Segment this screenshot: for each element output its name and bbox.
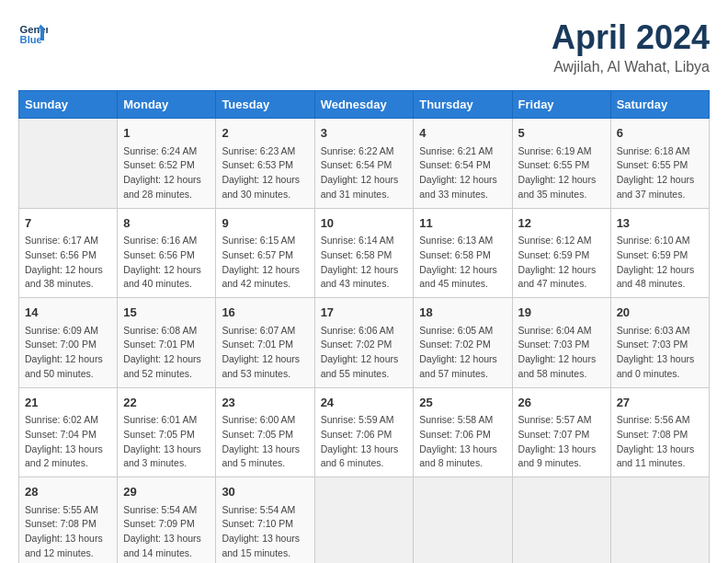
calendar-cell: 11Sunrise: 6:13 AM Sunset: 6:58 PM Dayli… [414, 208, 512, 298]
calendar-header: SundayMondayTuesdayWednesdayThursdayFrid… [19, 91, 710, 119]
calendar-cell [19, 119, 118, 209]
cell-content: Sunrise: 6:19 AM Sunset: 6:55 PM Dayligh… [518, 144, 605, 202]
cell-content: Sunrise: 6:13 AM Sunset: 6:58 PM Dayligh… [419, 234, 506, 292]
calendar-cell [314, 477, 414, 564]
day-number: 25 [419, 394, 506, 412]
column-header-thursday: Thursday [414, 91, 512, 119]
cell-content: Sunrise: 6:02 AM Sunset: 7:04 PM Dayligh… [25, 413, 111, 471]
location-title: Awjilah, Al Wahat, Libya [552, 59, 710, 75]
day-number: 2 [222, 124, 308, 143]
week-row-5: 28Sunrise: 5:55 AM Sunset: 7:08 PM Dayli… [19, 477, 710, 564]
day-number: 4 [419, 124, 506, 143]
day-number: 17 [321, 304, 408, 322]
calendar-cell: 25Sunrise: 5:58 AM Sunset: 7:06 PM Dayli… [414, 387, 512, 477]
calendar-cell: 23Sunrise: 6:00 AM Sunset: 7:05 PM Dayli… [216, 387, 314, 477]
calendar-cell: 29Sunrise: 5:54 AM Sunset: 7:09 PM Dayli… [118, 477, 216, 564]
day-number: 22 [123, 394, 210, 412]
cell-content: Sunrise: 6:23 AM Sunset: 6:53 PM Dayligh… [222, 144, 308, 202]
day-number: 15 [123, 304, 210, 322]
day-number: 29 [123, 483, 210, 501]
calendar-cell: 20Sunrise: 6:03 AM Sunset: 7:03 PM Dayli… [610, 298, 709, 388]
day-number: 13 [617, 214, 703, 233]
cell-content: Sunrise: 6:03 AM Sunset: 7:03 PM Dayligh… [617, 324, 703, 382]
column-header-monday: Monday [118, 91, 216, 119]
cell-content: Sunrise: 6:21 AM Sunset: 6:54 PM Dayligh… [419, 144, 506, 202]
week-row-2: 7Sunrise: 6:17 AM Sunset: 6:56 PM Daylig… [19, 208, 710, 298]
week-row-1: 1Sunrise: 6:24 AM Sunset: 6:52 PM Daylig… [19, 119, 710, 209]
logo-icon: General Blue [18, 18, 48, 48]
cell-content: Sunrise: 6:14 AM Sunset: 6:58 PM Dayligh… [321, 234, 408, 292]
calendar-cell [512, 477, 610, 564]
cell-content: Sunrise: 6:08 AM Sunset: 7:01 PM Dayligh… [123, 324, 210, 382]
calendar-cell: 15Sunrise: 6:08 AM Sunset: 7:01 PM Dayli… [118, 298, 216, 388]
cell-content: Sunrise: 6:22 AM Sunset: 6:54 PM Dayligh… [321, 144, 408, 202]
calendar-cell: 1Sunrise: 6:24 AM Sunset: 6:52 PM Daylig… [118, 119, 216, 209]
calendar-cell: 2Sunrise: 6:23 AM Sunset: 6:53 PM Daylig… [216, 119, 314, 209]
day-number: 6 [617, 124, 703, 143]
calendar-cell: 14Sunrise: 6:09 AM Sunset: 7:00 PM Dayli… [19, 298, 118, 388]
week-row-4: 21Sunrise: 6:02 AM Sunset: 7:04 PM Dayli… [19, 387, 710, 477]
day-number: 23 [222, 394, 308, 412]
calendar-cell: 19Sunrise: 6:04 AM Sunset: 7:03 PM Dayli… [512, 298, 610, 388]
calendar-cell: 13Sunrise: 6:10 AM Sunset: 6:59 PM Dayli… [610, 208, 709, 298]
day-number: 27 [617, 394, 703, 412]
column-header-friday: Friday [512, 91, 610, 119]
day-number: 28 [25, 483, 111, 501]
calendar-cell: 17Sunrise: 6:06 AM Sunset: 7:02 PM Dayli… [314, 298, 414, 388]
cell-content: Sunrise: 6:12 AM Sunset: 6:59 PM Dayligh… [518, 234, 605, 292]
cell-content: Sunrise: 6:16 AM Sunset: 6:56 PM Dayligh… [123, 234, 210, 292]
column-header-sunday: Sunday [19, 91, 118, 119]
header-row: SundayMondayTuesdayWednesdayThursdayFrid… [19, 91, 710, 119]
calendar-table: SundayMondayTuesdayWednesdayThursdayFrid… [18, 90, 710, 563]
day-number: 8 [123, 214, 210, 233]
logo: General Blue [18, 18, 48, 48]
column-header-tuesday: Tuesday [216, 91, 314, 119]
calendar-cell: 30Sunrise: 5:54 AM Sunset: 7:10 PM Dayli… [216, 477, 314, 564]
day-number: 19 [518, 304, 605, 322]
day-number: 21 [25, 394, 111, 412]
week-row-3: 14Sunrise: 6:09 AM Sunset: 7:00 PM Dayli… [19, 298, 710, 388]
calendar-cell: 27Sunrise: 5:56 AM Sunset: 7:08 PM Dayli… [610, 387, 709, 477]
calendar-cell: 18Sunrise: 6:05 AM Sunset: 7:02 PM Dayli… [414, 298, 512, 388]
day-number: 10 [321, 214, 408, 233]
cell-content: Sunrise: 6:18 AM Sunset: 6:55 PM Dayligh… [617, 144, 703, 202]
cell-content: Sunrise: 6:09 AM Sunset: 7:00 PM Dayligh… [25, 324, 111, 382]
cell-content: Sunrise: 6:17 AM Sunset: 6:56 PM Dayligh… [25, 234, 111, 292]
day-number: 3 [321, 124, 408, 143]
cell-content: Sunrise: 5:58 AM Sunset: 7:06 PM Dayligh… [419, 413, 506, 471]
day-number: 18 [419, 304, 506, 322]
cell-content: Sunrise: 6:04 AM Sunset: 7:03 PM Dayligh… [518, 324, 605, 382]
calendar-cell: 28Sunrise: 5:55 AM Sunset: 7:08 PM Dayli… [19, 477, 118, 564]
calendar-cell: 4Sunrise: 6:21 AM Sunset: 6:54 PM Daylig… [414, 119, 512, 209]
title-block: April 2024 Awjilah, Al Wahat, Libya [552, 18, 710, 75]
calendar-cell [414, 477, 512, 564]
cell-content: Sunrise: 5:55 AM Sunset: 7:08 PM Dayligh… [25, 503, 111, 561]
day-number: 20 [617, 304, 703, 322]
day-number: 12 [518, 214, 605, 233]
cell-content: Sunrise: 6:24 AM Sunset: 6:52 PM Dayligh… [123, 144, 210, 202]
calendar-cell: 21Sunrise: 6:02 AM Sunset: 7:04 PM Dayli… [19, 387, 118, 477]
calendar-cell: 9Sunrise: 6:15 AM Sunset: 6:57 PM Daylig… [216, 208, 314, 298]
calendar-cell: 26Sunrise: 5:57 AM Sunset: 7:07 PM Dayli… [512, 387, 610, 477]
day-number: 30 [222, 483, 308, 501]
cell-content: Sunrise: 5:59 AM Sunset: 7:06 PM Dayligh… [321, 413, 408, 471]
cell-content: Sunrise: 6:10 AM Sunset: 6:59 PM Dayligh… [617, 234, 703, 292]
day-number: 5 [518, 124, 605, 143]
calendar-cell: 24Sunrise: 5:59 AM Sunset: 7:06 PM Dayli… [314, 387, 414, 477]
calendar-cell: 12Sunrise: 6:12 AM Sunset: 6:59 PM Dayli… [512, 208, 610, 298]
day-number: 9 [222, 214, 308, 233]
calendar-cell: 16Sunrise: 6:07 AM Sunset: 7:01 PM Dayli… [216, 298, 314, 388]
cell-content: Sunrise: 6:01 AM Sunset: 7:05 PM Dayligh… [123, 413, 210, 471]
cell-content: Sunrise: 6:05 AM Sunset: 7:02 PM Dayligh… [419, 324, 506, 382]
cell-content: Sunrise: 5:54 AM Sunset: 7:09 PM Dayligh… [123, 503, 210, 561]
day-number: 16 [222, 304, 308, 322]
cell-content: Sunrise: 5:57 AM Sunset: 7:07 PM Dayligh… [518, 413, 605, 471]
calendar-cell: 7Sunrise: 6:17 AM Sunset: 6:56 PM Daylig… [19, 208, 118, 298]
calendar-cell: 22Sunrise: 6:01 AM Sunset: 7:05 PM Dayli… [118, 387, 216, 477]
calendar-cell: 8Sunrise: 6:16 AM Sunset: 6:56 PM Daylig… [118, 208, 216, 298]
cell-content: Sunrise: 5:56 AM Sunset: 7:08 PM Dayligh… [617, 413, 703, 471]
calendar-cell [610, 477, 709, 564]
calendar-cell: 3Sunrise: 6:22 AM Sunset: 6:54 PM Daylig… [314, 119, 414, 209]
calendar-cell: 10Sunrise: 6:14 AM Sunset: 6:58 PM Dayli… [314, 208, 414, 298]
cell-content: Sunrise: 6:06 AM Sunset: 7:02 PM Dayligh… [321, 324, 408, 382]
